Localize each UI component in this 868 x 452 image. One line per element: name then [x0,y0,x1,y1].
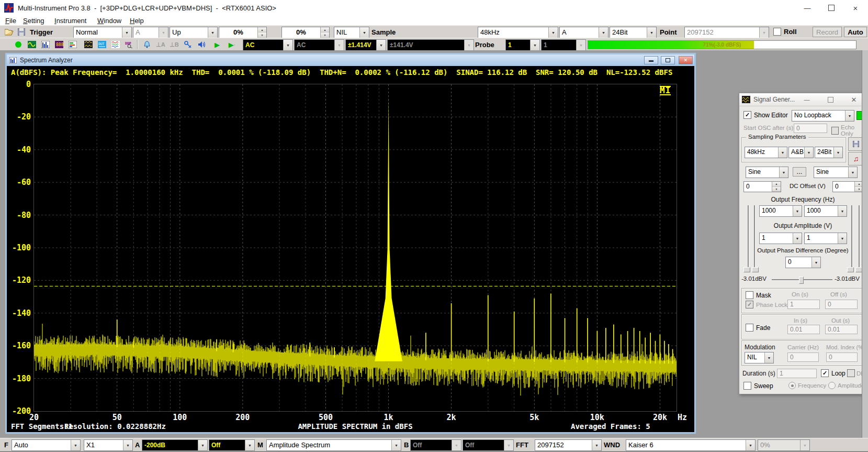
chevron-down-icon[interactable] [359,27,369,38]
show-editor-checkbox[interactable]: Show Editor [743,111,788,119]
chevron-down-icon[interactable] [647,27,656,38]
child-close-icon[interactable]: ✕ [679,56,693,64]
amplitude-a-combo[interactable]: 1 [759,233,802,244]
roll-checkbox[interactable]: Roll [773,28,797,36]
amplitude-b-combo[interactable]: 1 [804,233,847,244]
chevron-down-icon[interactable] [530,40,539,50]
chevron-down-icon[interactable] [391,440,401,450]
dc-offset-b-spinner[interactable]: 0▲▼ [832,181,864,192]
menu-file[interactable]: File [3,16,18,25]
more-options-button[interactable]: ... [793,167,806,177]
view-mode-combo[interactable]: Amplitude Spectrum [266,439,401,451]
fade-checkbox[interactable]: Fade [746,324,770,332]
chevron-down-icon[interactable] [833,147,842,158]
ddp-viewer-icon[interactable]: DDP [125,40,134,49]
freq-slider-b-right[interactable] [859,205,860,269]
window-function-combo[interactable]: Kaiser 6 [626,439,756,451]
run-icon[interactable] [14,40,23,49]
oscilloscope-icon[interactable] [27,40,37,49]
amplitude-slider-handle[interactable] [799,277,804,284]
frequency-b-combo[interactable]: 1000 [804,205,847,217]
sample-channel-combo[interactable]: A [559,27,608,38]
spectrum-plot[interactable] [34,84,677,411]
spectrum-analyzer-icon[interactable] [41,40,50,49]
maximize-icon[interactable] [819,0,843,16]
trigger-level-spinner[interactable]: 0%▲▼ [219,27,267,38]
chevron-down-icon[interactable] [376,40,386,50]
chevron-down-icon[interactable] [845,111,854,121]
chevron-down-icon[interactable] [746,440,755,450]
panel-maximize-icon[interactable] [823,94,838,105]
chevron-down-icon[interactable] [123,440,132,450]
chevron-down-icon[interactable] [804,147,813,158]
mask-checkbox[interactable]: Mask [746,291,771,299]
save-icon[interactable] [17,27,26,37]
sound-device-icon[interactable] [197,40,206,49]
chevron-down-icon[interactable] [838,206,847,216]
trigger-edge-combo[interactable]: Up [170,27,218,38]
panel-minimize-icon[interactable]: — [799,94,814,105]
freq-slider-b-left[interactable] [851,205,853,269]
loop-checkbox[interactable]: Loop [821,369,846,377]
waveform-b-combo[interactable]: Sine [814,167,858,178]
sample-rate-combo[interactable]: 48kHz [478,27,558,38]
range-a-combo[interactable]: ±1.414V [345,39,386,51]
freq-slider-a-handle[interactable] [743,267,750,272]
run-once-icon[interactable]: ▶ [212,40,222,49]
freq-slider-a-right[interactable] [754,205,756,269]
chevron-down-icon[interactable] [548,27,558,38]
x-multiplier-combo[interactable]: X1 [84,439,133,451]
close-icon[interactable]: × [843,0,867,16]
probe-a-combo[interactable]: 1 [505,39,540,51]
a-shift-combo[interactable]: Off [209,439,255,451]
menu-help[interactable]: Help [128,16,146,25]
chevron-down-icon[interactable] [208,27,217,38]
chevron-down-icon[interactable] [764,352,773,363]
coupling-a-combo[interactable]: AC [243,39,293,51]
menu-window[interactable]: Window [95,16,123,25]
sweep-checkbox[interactable]: Sweep [743,382,773,390]
freq-slider-a-left[interactable] [748,205,749,269]
dual-display-icon[interactable] [84,40,93,49]
siggen-rate-combo[interactable]: 48kHz [745,147,787,158]
minimize-icon[interactable]: — [795,0,819,16]
chevron-down-icon[interactable] [592,440,601,450]
dc-offset-a-spinner[interactable]: 0▲▼ [743,181,781,192]
multimeter-icon[interactable]: 888 [54,40,64,49]
run-loop-icon[interactable]: ▶◦ [227,40,236,49]
trigger-delay-spinner[interactable]: 0%▲▼ [281,27,330,38]
chevron-down-icon[interactable] [838,233,847,244]
a-range-combo[interactable]: -200dB [142,439,208,451]
siggen-channels-combo[interactable]: A&B [788,147,814,158]
device-test-plan-icon[interactable] [68,40,77,49]
device-under-test-icon[interactable]: DUT [97,40,107,49]
auto-button[interactable]: Auto [844,27,867,37]
chevron-down-icon[interactable] [779,167,788,178]
open-file-icon[interactable] [4,27,14,37]
waveform-a-combo[interactable]: Sine [746,167,788,178]
menu-setting[interactable]: Setting [21,16,46,25]
fft-size-combo[interactable]: 2097152 [535,439,602,451]
freq-slider-b-handle[interactable] [847,267,854,272]
chevron-down-icon[interactable] [793,233,802,244]
modulation-type-combo[interactable]: NIL [745,352,774,363]
chevron-down-icon[interactable] [811,257,820,268]
bell-icon[interactable] [142,40,152,49]
chevron-down-icon[interactable] [778,147,787,158]
bit-depth-combo[interactable]: 24Bit [610,27,657,38]
spectrum-window-titlebar[interactable]: Spectrum Analyzer [7,54,694,66]
frequency-a-combo[interactable]: 1000 [759,205,802,217]
panel-close-icon[interactable]: ✕ [847,94,861,105]
child-maximize-icon[interactable] [661,56,675,64]
chevron-down-icon[interactable] [198,440,207,450]
spectrum-3d-plot-icon[interactable] [111,40,120,49]
trigger-hpf-combo[interactable]: NIL [334,27,369,38]
chevron-down-icon[interactable] [283,40,292,50]
chevron-down-icon[interactable] [793,206,802,216]
chevron-down-icon[interactable] [245,440,254,450]
chevron-down-icon[interactable] [71,440,80,450]
loopback-combo[interactable]: No Loopback [792,110,854,122]
phase-combo[interactable]: 0 [785,257,821,268]
frequency-range-combo[interactable]: Auto [12,439,81,451]
probe-calibration-icon[interactable] [183,40,193,49]
